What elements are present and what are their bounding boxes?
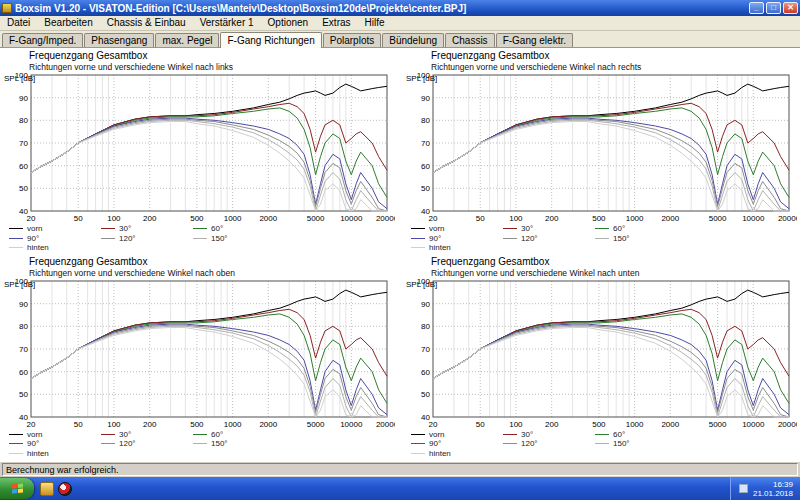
chart-subtitle: Richtungen vorne und verschiedene Winkel… xyxy=(431,62,797,72)
menu-item-5[interactable]: Extras xyxy=(315,16,357,30)
svg-text:60: 60 xyxy=(19,162,28,171)
tab-0[interactable]: F-Gang/Imped. xyxy=(2,33,83,47)
svg-text:50: 50 xyxy=(476,214,485,223)
chart-title: Frequenzgang Gesamtbox xyxy=(431,256,797,268)
app-window: Boxsim V1.20 - VISATON-Edition [C:\Users… xyxy=(0,0,800,500)
close-button[interactable]: ✕ xyxy=(783,2,798,14)
minimize-button[interactable]: _ xyxy=(749,2,764,14)
svg-text:100: 100 xyxy=(509,214,523,223)
legend-line-swatch xyxy=(9,434,23,435)
svg-text:SPL [dB]: SPL [dB] xyxy=(4,280,35,289)
svg-text:80: 80 xyxy=(19,116,28,125)
svg-text:5000: 5000 xyxy=(307,420,325,429)
legend-column: 30°120° xyxy=(101,224,193,253)
legend-item: 60° xyxy=(595,224,687,234)
tray-date: 21.01.2018 xyxy=(753,489,793,498)
maximize-button[interactable]: □ xyxy=(766,2,781,14)
legend-label: 30° xyxy=(521,224,533,234)
legend-label: 150° xyxy=(211,439,228,449)
svg-text:200: 200 xyxy=(143,214,157,223)
svg-text:100: 100 xyxy=(107,420,121,429)
frequency-response-plot-0: 4050607080901002050100200500100020005000… xyxy=(3,72,395,224)
legend-label: vorn xyxy=(429,224,445,234)
svg-text:200: 200 xyxy=(545,420,559,429)
quick-launch xyxy=(40,482,72,496)
legend-label: 120° xyxy=(521,234,538,244)
legend-line-swatch xyxy=(411,228,425,229)
chart-panel-1: Frequenzgang GesamtboxRichtungen vorne u… xyxy=(405,50,797,254)
windows-flag-icon xyxy=(12,484,23,494)
svg-text:80: 80 xyxy=(421,322,430,331)
svg-text:90: 90 xyxy=(421,299,430,308)
legend-item: 120° xyxy=(101,234,193,244)
svg-text:5000: 5000 xyxy=(307,214,325,223)
legend-label: hinten xyxy=(27,449,49,459)
legend-column: 60°150° xyxy=(193,224,285,253)
tab-7[interactable]: F-Gang elektr. xyxy=(496,33,573,47)
chart-subtitle: Richtungen vorne und verschiedene Winkel… xyxy=(431,268,797,278)
svg-text:70: 70 xyxy=(19,344,28,353)
menu-item-0[interactable]: Datei xyxy=(0,16,37,30)
menu-item-2[interactable]: Chassis & Einbau xyxy=(100,16,193,30)
menu-item-4[interactable]: Optionen xyxy=(261,16,316,30)
menu-item-3[interactable]: Verstärker 1 xyxy=(193,16,261,30)
legend-line-swatch xyxy=(193,434,207,435)
svg-text:80: 80 xyxy=(19,322,28,331)
tab-1[interactable]: Phasengang xyxy=(84,33,154,47)
chart-subtitle: Richtungen vorne und verschiedene Winkel… xyxy=(29,62,395,72)
legend-label: 150° xyxy=(211,234,228,244)
legend-column: 60°150° xyxy=(595,224,687,253)
legend-item: 90° xyxy=(411,439,503,449)
legend-label: vorn xyxy=(27,224,43,234)
legend-line-swatch xyxy=(411,453,425,454)
legend-line-swatch xyxy=(503,434,517,435)
tab-6[interactable]: Chassis xyxy=(445,33,495,47)
svg-text:90: 90 xyxy=(19,94,28,103)
legend-column: vorn90°hinten xyxy=(9,430,101,459)
legend-item: 30° xyxy=(503,430,595,440)
svg-text:2000: 2000 xyxy=(661,420,679,429)
legend-label: 150° xyxy=(613,439,630,449)
chart-legend: vorn90°hinten30°120°60°150° xyxy=(411,224,797,253)
legend-label: 90° xyxy=(429,439,441,449)
svg-text:2000: 2000 xyxy=(259,420,277,429)
legend-item: vorn xyxy=(9,430,101,440)
legend-column: vorn90°hinten xyxy=(9,224,101,253)
legend-label: 60° xyxy=(613,224,625,234)
legend-line-swatch xyxy=(9,453,23,454)
tab-3[interactable]: F-Gang Richtungen xyxy=(220,32,321,48)
legend-label: 90° xyxy=(27,439,39,449)
svg-text:5000: 5000 xyxy=(709,420,727,429)
tray-status-icon[interactable] xyxy=(739,484,748,493)
quick-launch-app-icon[interactable] xyxy=(58,482,72,496)
svg-text:500: 500 xyxy=(190,214,204,223)
system-tray: 16:39 21.01.2018 xyxy=(730,477,800,500)
tab-2[interactable]: max. Pegel xyxy=(155,33,219,47)
legend-label: hinten xyxy=(429,243,451,253)
svg-text:90: 90 xyxy=(421,94,430,103)
quick-launch-folder-icon[interactable] xyxy=(40,482,54,496)
svg-text:90: 90 xyxy=(19,299,28,308)
svg-text:50: 50 xyxy=(19,390,28,399)
legend-item: 90° xyxy=(9,234,101,244)
main-content: Frequenzgang GesamtboxRichtungen vorne u… xyxy=(0,48,800,461)
legend-item: hinten xyxy=(411,243,503,253)
legend-label: 150° xyxy=(613,234,630,244)
svg-text:200: 200 xyxy=(545,214,559,223)
start-button[interactable] xyxy=(0,478,34,499)
legend-item: 150° xyxy=(595,439,687,449)
legend-label: 30° xyxy=(521,430,533,440)
svg-text:10000: 10000 xyxy=(340,214,363,223)
menu-item-1[interactable]: Bearbeiten xyxy=(37,16,99,30)
legend-column: vorn90°hinten xyxy=(411,430,503,459)
legend-column: vorn90°hinten xyxy=(411,224,503,253)
legend-item: 150° xyxy=(193,234,285,244)
legend-item: 90° xyxy=(9,439,101,449)
tab-4[interactable]: Polarplots xyxy=(323,33,381,47)
svg-text:100: 100 xyxy=(107,214,121,223)
tab-5[interactable]: Bündelung xyxy=(382,33,444,47)
chart-title: Frequenzgang Gesamtbox xyxy=(29,50,395,62)
legend-line-swatch xyxy=(101,434,115,435)
chart-title: Frequenzgang Gesamtbox xyxy=(29,256,395,268)
menu-item-6[interactable]: Hilfe xyxy=(358,16,392,30)
